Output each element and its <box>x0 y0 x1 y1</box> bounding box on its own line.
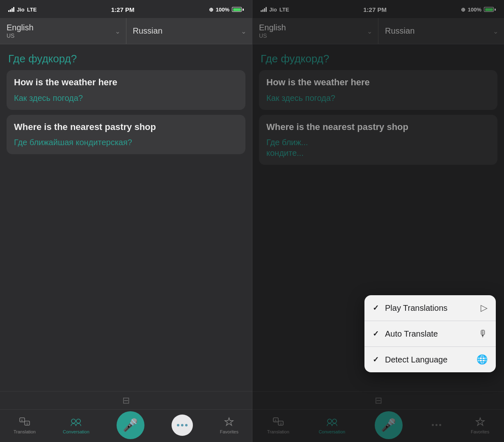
translation-tab-left[interactable]: A 文 Translation <box>14 416 36 434</box>
dot1-left <box>177 424 179 426</box>
popup-label-play: Play Translations <box>385 303 447 313</box>
dot3-left <box>185 424 188 426</box>
popup-item-detect-language[interactable]: ✓ Detect Language 🌐 <box>364 346 496 372</box>
mic-icon-left: 🎤 <box>123 418 138 432</box>
network-label: LTE <box>27 7 37 13</box>
subtitle-bar-left: ⊟ <box>0 391 252 409</box>
translation-card-left-0: How is the weather here Как здесь погода… <box>7 70 245 110</box>
language-bar-left: English US ⌄ Russian ⌄ <box>0 18 252 44</box>
check-icon-play: ✓ <box>373 303 381 312</box>
popup-item-left-auto: ✓ Auto Translate <box>373 329 438 339</box>
lang-to-btn-left[interactable]: Russian ⌄ <box>126 18 252 44</box>
location-icon: ⊕ <box>209 7 213 13</box>
conversation-icon-left <box>70 416 82 428</box>
right-panel: Jio LTE 1:27 PM ⊕ 100% English US ⌄ Russ… <box>252 0 504 442</box>
check-icon-detect: ✓ <box>373 355 381 364</box>
card-russian-left-0: Как здесь погода? <box>14 93 238 103</box>
left-panel: Jio LTE 1:27 PM ⊕ 100% English US ⌄ Russ… <box>0 0 252 442</box>
popup-item-left-play: ✓ Play Translations <box>373 303 447 313</box>
lang-from-sub-left: US <box>7 32 14 39</box>
popup-item-auto-translate[interactable]: ✓ Auto Translate 🎙 <box>364 321 496 346</box>
translation-icon-left: A 文 <box>18 416 31 428</box>
conversation-area-left: Где фудкорд? How is the weather here Как… <box>0 44 252 391</box>
subtitle-icon-left: ⊟ <box>122 395 130 406</box>
popup-label-auto: Auto Translate <box>385 329 438 339</box>
russian-header-left: Где фудкорд? <box>7 51 245 65</box>
lang-from-btn-left[interactable]: English US ⌄ <box>0 18 126 44</box>
svg-point-4 <box>71 419 76 423</box>
battery-percent: 100% <box>216 7 229 13</box>
dim-overlay <box>252 0 504 442</box>
battery-icon <box>232 7 244 12</box>
card-russian-left-1: Где ближайшая кондитерская? <box>14 137 238 148</box>
popup-label-detect: Detect Language <box>385 355 447 365</box>
play-icon: ▷ <box>481 303 488 313</box>
status-right: ⊕ 100% <box>209 7 244 13</box>
popup-item-left-detect: ✓ Detect Language <box>373 355 447 365</box>
signal-icon <box>8 7 14 12</box>
translation-card-left-1: Where is the nearest pastry shop Где бли… <box>7 115 245 155</box>
globe-icon: 🌐 <box>477 354 488 365</box>
carrier-label: Jio <box>17 7 25 13</box>
mic-button-left[interactable]: 🎤 <box>117 411 144 439</box>
bottom-toolbar-left: A 文 Translation Conversation 🎤 <box>0 409 252 442</box>
svg-point-5 <box>76 419 80 423</box>
chevron-down-icon-to-left: ⌄ <box>241 27 246 35</box>
dot2-left <box>181 424 183 426</box>
mic-settings-icon: 🎙 <box>479 328 488 339</box>
favorites-icon-left <box>223 416 235 428</box>
status-bar-left: Jio LTE 1:27 PM ⊕ 100% <box>0 0 252 18</box>
lang-from-main-left: English <box>7 23 34 32</box>
svg-text:A: A <box>21 419 23 422</box>
lang-to-main-left: Russian <box>133 26 163 36</box>
favorites-tab-label-left: Favorites <box>220 429 238 434</box>
check-icon-auto: ✓ <box>373 329 381 338</box>
popup-menu: ✓ Play Translations ▷ ✓ Auto Translate 🎙… <box>364 295 496 372</box>
translation-tab-label-left: Translation <box>14 429 36 434</box>
popup-item-play-translations[interactable]: ✓ Play Translations ▷ <box>364 295 496 321</box>
more-button-left[interactable] <box>172 415 193 436</box>
conversation-tab-label-left: Conversation <box>63 429 89 434</box>
card-english-left-1: Where is the nearest pastry shop <box>14 121 238 133</box>
chevron-down-icon-from-left: ⌄ <box>115 27 120 35</box>
time-label: 1:27 PM <box>111 6 135 13</box>
favorites-tab-left[interactable]: Favorites <box>220 416 238 434</box>
card-english-left-0: How is the weather here <box>14 77 238 89</box>
svg-text:文: 文 <box>26 422 29 425</box>
conversation-tab-left[interactable]: Conversation <box>63 416 89 434</box>
status-left: Jio LTE <box>8 7 37 13</box>
